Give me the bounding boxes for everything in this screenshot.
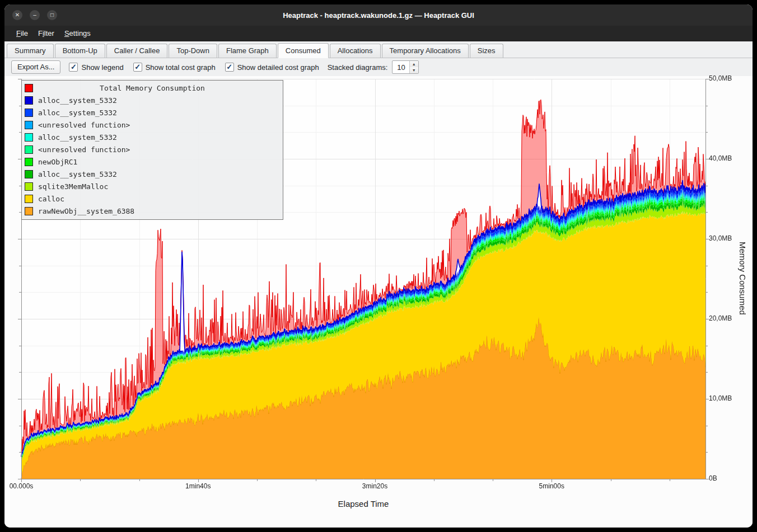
tab-flame-graph[interactable]: Flame Graph <box>218 44 277 58</box>
legend-item: calloc <box>22 192 283 205</box>
spin-up-icon[interactable]: ▲ <box>410 61 418 67</box>
tab-bar: SummaryBottom-UpCaller / CalleeTop-DownF… <box>4 41 753 58</box>
minimize-button[interactable]: – <box>30 10 40 20</box>
legend-color-swatch <box>25 158 33 166</box>
spin-down-icon[interactable]: ▼ <box>410 67 418 73</box>
y-tick-label: 30,0MB <box>709 234 732 242</box>
y-tick-label: 20,0MB <box>709 314 732 322</box>
y-tick-label: 10,0MB <box>709 394 732 402</box>
checkbox-label: Show detailed cost graph <box>237 63 319 72</box>
maximize-button[interactable]: □ <box>47 10 57 20</box>
close-button[interactable]: ✕ <box>12 10 22 20</box>
x-tick-label: 1min40s <box>185 482 211 490</box>
menu-item-file[interactable]: File <box>11 27 33 40</box>
tab-consumed[interactable]: Consumed <box>278 43 329 58</box>
tab-top-down[interactable]: Top-Down <box>169 44 217 58</box>
checkbox-show-total-cost-graph[interactable]: ✓Show total cost graph <box>133 63 216 72</box>
menu-bar: FileFilterSettings <box>4 26 753 41</box>
y-tick-label: 0B <box>709 474 717 482</box>
legend-label: alloc__system_5332 <box>38 133 117 142</box>
legend-label: sqlite3MemMalloc <box>38 182 108 191</box>
checkbox-show-detailed-cost-graph[interactable]: ✓Show detailed cost graph <box>225 63 319 72</box>
y-tick-label: 40,0MB <box>709 154 732 162</box>
legend-item: <unresolved function> <box>22 143 283 156</box>
spin-buttons: ▲ ▼ <box>409 61 418 73</box>
legend-label: alloc__system_5332 <box>38 170 117 178</box>
checkbox-icon: ✓ <box>225 63 234 72</box>
legend-label: Total Memory Consumption <box>22 84 283 92</box>
checkbox-label: Show total cost graph <box>146 63 216 72</box>
tab-summary[interactable]: Summary <box>7 44 54 58</box>
chart-panel: Total Memory Consumptionalloc__system_53… <box>4 76 753 528</box>
legend-color-swatch <box>25 96 33 105</box>
legend-title-row: Total Memory Consumption <box>22 82 283 94</box>
legend-color-swatch <box>25 109 33 117</box>
tab-caller-callee[interactable]: Caller / Callee <box>106 44 168 58</box>
tab-sizes[interactable]: Sizes <box>470 44 503 58</box>
stacked-diagrams-value[interactable]: 10 <box>392 61 409 73</box>
stacked-diagrams-control: Stacked diagrams: 10 ▲ ▼ <box>328 60 419 74</box>
tab-allocations[interactable]: Allocations <box>330 44 381 58</box>
legend-item: alloc__system_5332 <box>22 106 283 119</box>
legend-item: alloc__system_5332 <box>22 131 283 143</box>
x-tick-label: 5min00s <box>539 482 564 490</box>
checkbox-label: Show legend <box>81 63 123 72</box>
legend-label: newObjRC1 <box>38 158 77 166</box>
x-tick-label: 00.000s <box>10 482 34 490</box>
window-title: Heaptrack - heaptrack.wakunode.1.gz — He… <box>4 11 753 20</box>
legend-color-swatch <box>25 207 33 215</box>
export-as-button[interactable]: Export As... <box>11 60 60 74</box>
legend-item: newObjRC1 <box>22 156 283 168</box>
menu-item-settings[interactable]: Settings <box>59 27 96 40</box>
legend-color-swatch <box>25 145 33 154</box>
x-axis-title: Elapsed Time <box>21 499 705 509</box>
toolbar-checks: ✓Show legend✓Show total cost graph✓Show … <box>69 63 319 72</box>
legend-label: <unresolved function> <box>38 145 130 154</box>
legend-color-swatch <box>25 133 33 142</box>
checkbox-icon: ✓ <box>69 63 78 72</box>
legend-item: alloc__system_5332 <box>22 94 283 106</box>
chart-legend: Total Memory Consumptionalloc__system_53… <box>21 80 283 220</box>
legend-color-swatch <box>25 170 33 178</box>
x-tick-label: 3min20s <box>362 482 387 490</box>
window-controls: ✕–□ <box>4 10 57 20</box>
y-tick-label: 50,0MB <box>709 74 732 82</box>
stacked-diagrams-spinbox[interactable]: 10 ▲ ▼ <box>392 60 418 74</box>
legend-label: calloc <box>38 195 64 203</box>
tab-temporary-allocations[interactable]: Temporary Allocations <box>382 44 469 58</box>
legend-item: alloc__system_5332 <box>22 168 283 180</box>
legend-label: alloc__system_5332 <box>38 96 117 105</box>
legend-label: rawNewObj__system_6388 <box>38 207 134 215</box>
menu-item-filter[interactable]: Filter <box>33 27 59 40</box>
legend-label: alloc__system_5332 <box>38 109 117 117</box>
checkbox-show-legend[interactable]: ✓Show legend <box>69 63 123 72</box>
legend-item: sqlite3MemMalloc <box>22 180 283 192</box>
legend-item: <unresolved function> <box>22 119 283 131</box>
stacked-diagrams-label: Stacked diagrams: <box>328 63 388 72</box>
legend-item: rawNewObj__system_6388 <box>22 205 283 217</box>
legend-color-swatch <box>25 195 33 203</box>
checkbox-icon: ✓ <box>133 63 142 72</box>
legend-color-swatch <box>25 182 33 191</box>
y-axis-title: Memory Consumed <box>738 242 747 315</box>
app-window: ✕–□ Heaptrack - heaptrack.wakunode.1.gz … <box>4 4 753 528</box>
title-bar[interactable]: ✕–□ Heaptrack - heaptrack.wakunode.1.gz … <box>4 4 753 26</box>
legend-label: <unresolved function> <box>38 121 130 129</box>
tab-bottom-up[interactable]: Bottom-Up <box>55 44 105 58</box>
legend-color-swatch <box>25 121 33 129</box>
